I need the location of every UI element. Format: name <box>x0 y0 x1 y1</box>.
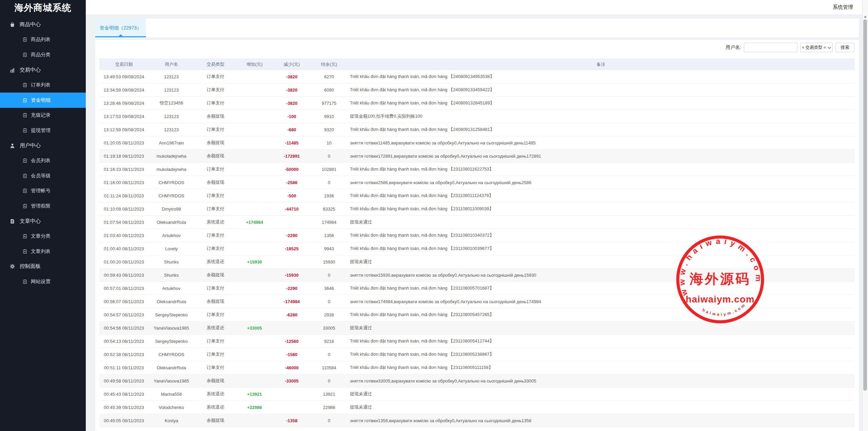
system-admin-menu[interactable]: 系统管理 <box>833 0 853 14</box>
sidebar-section-trade-center[interactable]: 交易中心 <box>0 62 86 78</box>
cell-increase: +174984 <box>237 216 272 229</box>
form-icon <box>22 279 27 284</box>
cell-username: mukoladejneha <box>149 150 194 163</box>
scroll-up-arrow-icon[interactable] <box>864 16 867 18</box>
sidebar-section-label: 交易中心 <box>20 66 41 74</box>
cell-username: CHMYRDOS <box>149 176 194 189</box>
cell-decrease <box>272 321 311 335</box>
cell-username: YanaVlasova1985 <box>149 321 194 335</box>
sidebar-item-article-category[interactable]: 文章分类 <box>0 229 86 244</box>
cell-decrease: -680 <box>272 123 311 136</box>
cell-username: SergeyStepenko <box>149 335 194 348</box>
cell-decrease <box>272 388 311 401</box>
table-row: 00:45:05 08/11/2023Kostya余额提现-13580знятт… <box>99 414 855 427</box>
cell-increase <box>237 83 272 97</box>
table-row: 01:11:24 08/11/2023CHMYRDOS订单支付-5001936T… <box>99 189 855 202</box>
cell-username: CHMYRDOS <box>149 189 194 202</box>
sidebar-item-product-list[interactable]: 商品列表 <box>0 32 86 47</box>
cell-increase <box>237 374 272 388</box>
cell-decrease <box>272 401 311 414</box>
cell-remark: 提现金额100,扣手续费0,实际到账100 <box>347 110 855 123</box>
cell-balance: 110584 <box>311 361 347 374</box>
cell-date: 00:54:56 08/11/2023 <box>99 321 149 335</box>
sidebar-item-admin-permissions[interactable]: 管理权限 <box>0 198 86 214</box>
tab-strip: 资金明细（22973） <box>95 19 859 37</box>
tab-fund-details[interactable]: 资金明细（22973） <box>95 19 146 37</box>
sidebar-section-product-center[interactable]: 商品中心 <box>0 17 86 32</box>
cell-increase <box>237 202 272 216</box>
sidebar-item-site-settings[interactable]: 网站设置 <box>0 274 86 289</box>
cell-balance: 6090 <box>311 83 347 97</box>
cell-remark: зняття готівки2586,вирахувати комісію за… <box>347 176 855 189</box>
sidebar-item-article-list[interactable]: 文章列表 <box>0 244 86 259</box>
sidebar-item-fund-details[interactable]: 资金明细 <box>0 93 86 108</box>
sidebar-section-label: 商品中心 <box>20 21 41 28</box>
cell-username: 123123 <box>149 110 194 123</box>
cell-date: 01:16:00 08/11/2023 <box>99 176 149 189</box>
table-row: 00:51:11 08/11/2023OleksandrRuta订单支付-460… <box>99 361 855 374</box>
cell-username: vlad20 <box>149 427 194 431</box>
sidebar-item-recharge-records[interactable]: 充值记录 <box>0 108 86 123</box>
cell-remark: Triết khấu đơn đặt hàng thanh toán, mã đ… <box>347 335 855 348</box>
sidebar-item-withdrawal-management[interactable]: 提现管理 <box>0 123 86 138</box>
cell-remark: Triết khấu đơn đặt hàng thanh toán, mã đ… <box>347 202 855 216</box>
cell-remark: Triết khấu đơn đặt hàng thanh toán, mã đ… <box>347 97 855 110</box>
sidebar-item-product-category[interactable]: 商品分类 <box>0 47 86 62</box>
cell-type: 余额提现 <box>194 150 237 163</box>
cell-remark: 提现未通过 <box>347 216 855 229</box>
transaction-type-select[interactable]: = 交易类型 = <box>800 43 833 52</box>
sidebar-item-admin-accounts[interactable]: 管理帐号 <box>0 183 86 199</box>
cell-type: 余额提现 <box>194 110 237 123</box>
cell-date: 01:00:20 08/11/2023 <box>99 255 149 269</box>
table-row: 13:12:59 09/08/2024123123订单支付-6809320Tri… <box>99 123 855 136</box>
cell-type: 订单支付 <box>194 282 237 295</box>
sidebar-section-user-center[interactable]: 用户中心 <box>0 138 86 153</box>
search-button[interactable]: 搜索 <box>835 43 854 52</box>
cell-type: 订单支付 <box>194 189 237 202</box>
cell-username: 悟空123456 <box>149 97 194 110</box>
cell-date: 00:42:19 08/11/2023 <box>99 427 149 431</box>
sidebar-section-control-panel[interactable]: 控制面板 <box>0 259 86 274</box>
cell-username: Lovely <box>149 242 194 255</box>
table-header-row: 交易日期用户名交易类型增加(元)减少(元)结余(元)备注 <box>99 58 855 70</box>
sidebar-item-label: 管理权限 <box>31 203 51 209</box>
scrollbar-thumb[interactable] <box>863 19 867 391</box>
gear-icon <box>9 263 15 269</box>
cell-balance: 1936 <box>311 189 347 202</box>
sidebar-section-article-center[interactable]: 文章中心 <box>0 214 86 229</box>
cell-date: 00:56:07 08/11/2023 <box>99 295 149 308</box>
cell-increase <box>237 414 272 427</box>
username-input[interactable] <box>744 43 797 52</box>
cell-decrease: -3820 <box>272 70 311 83</box>
sidebar-section-label: 文章中心 <box>20 218 41 225</box>
cell-decrease: -100 <box>272 110 311 123</box>
column-header: 增加(元) <box>237 58 272 70</box>
sidebar-item-member-list[interactable]: 会员列表 <box>0 153 86 168</box>
cell-decrease: -500 <box>272 189 311 202</box>
cell-type: 余额提现 <box>194 295 237 308</box>
table-row: 00:49:58 08/11/2023YanaVlasova1985余额提现-3… <box>99 374 855 388</box>
column-header: 减少(元) <box>272 58 311 70</box>
cell-balance: 1356 <box>311 229 347 242</box>
table-row: 00:57:01 08/11/2023Artuikhov订单支付-2290364… <box>99 282 855 295</box>
cell-decrease: -11485 <box>272 136 311 150</box>
cell-date: 13:28:46 09/08/2024 <box>99 97 149 110</box>
cell-decrease: -1358 <box>272 414 311 427</box>
sidebar-item-order-list[interactable]: 订单列表 <box>0 77 86 93</box>
cell-date: 00:57:01 08/11/2023 <box>99 282 149 295</box>
cell-username: OleksandrRuta <box>149 361 194 374</box>
cell-date: 00:51:11 08/11/2023 <box>99 361 149 374</box>
table-row: 00:54:56 08/11/2023YanaVlasova1985系统退还+3… <box>99 321 855 335</box>
cell-remark: Triết khấu đơn đặt hàng thanh toán, mã đ… <box>347 163 855 176</box>
app-title: 海外商城系统 <box>0 0 86 15</box>
sidebar-item-label: 商品分类 <box>31 52 51 58</box>
bar-chart-icon <box>9 67 15 73</box>
cell-type: 订单支付 <box>194 308 237 321</box>
sidebar-item-member-level[interactable]: 会员等级 <box>0 168 86 183</box>
table-row: 01:20:05 08/11/2023Ann1967rain余额提现-11485… <box>99 136 855 150</box>
cell-username: Artuikhov <box>149 229 194 242</box>
form-icon <box>22 37 27 42</box>
cell-balance: 15930 <box>311 255 347 269</box>
cell-date: 01:20:05 08/11/2023 <box>99 136 149 150</box>
cell-balance: 9910 <box>311 110 347 123</box>
